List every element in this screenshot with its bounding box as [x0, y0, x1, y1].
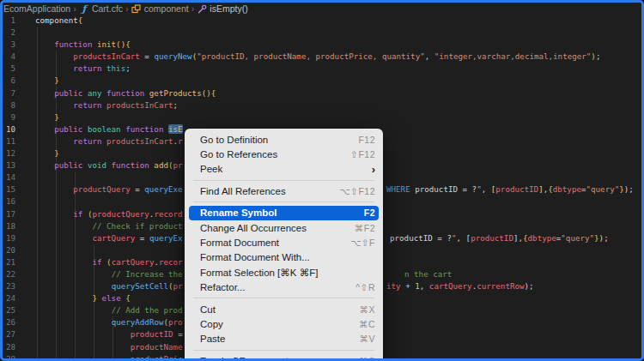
menu-item-label: Format Document — [200, 238, 279, 248]
breadcrumb-item-cart-cfc[interactable]: ƒCart.cfc — [79, 3, 123, 14]
line-number: 28 — [3, 341, 15, 353]
code-line[interactable]: 3function init(){ — [3, 39, 641, 51]
editor-surface: EcomApplication›ƒCart.cfc›component›isEm… — [3, 3, 641, 358]
breadcrumb-item-ecomapplication[interactable]: EcomApplication — [3, 3, 70, 14]
code-token: productQuery — [92, 209, 149, 219]
code-token: productID — [471, 233, 513, 243]
breadcrumb-item-isempty-[interactable]: isEmpty() — [197, 3, 247, 14]
code-line[interactable]: 5return this; — [3, 63, 641, 75]
line-number: 7 — [3, 87, 15, 99]
cfml-file-icon: ƒ — [79, 3, 89, 14]
menu-item-paste[interactable]: Paste⌘V — [189, 332, 379, 346]
menu-item-shortcut: ⌥⇧F12 — [340, 186, 376, 196]
code-text: } else { — [92, 292, 130, 304]
line-number: 11 — [3, 135, 15, 147]
code-token: record — [154, 209, 182, 219]
code-token: productsInCart — [73, 51, 144, 61]
menu-item-shortcut: ⌘V — [359, 334, 375, 344]
line-number: 20 — [3, 244, 15, 256]
menu-separator — [193, 180, 374, 181]
code-token: pro — [168, 317, 183, 327]
code-token: dbtype — [528, 233, 556, 243]
code-token: function — [112, 160, 155, 170]
code-token: getProducts — [149, 88, 202, 98]
code-line[interactable]: 7public any function getProducts(){ — [3, 87, 641, 99]
menu-item-label: Paste — [200, 334, 225, 344]
menu-item-shortcut: ⌘X — [359, 304, 375, 315]
code-token: queryNew — [154, 51, 191, 61]
menu-item-copy[interactable]: Copy⌘C — [189, 316, 379, 331]
code-text: productQuery = queryExe — [73, 184, 182, 196]
code-text: if (cartQuery.recor — [92, 256, 182, 268]
breadcrumb-label: component — [144, 3, 189, 14]
code-text: cartQuery = queryEx — [92, 232, 182, 244]
menu-item-label: Go to References — [200, 149, 277, 159]
line-number: 1 — [3, 15, 15, 27]
code-token: , — [420, 281, 429, 291]
code-line[interactable]: 6} — [3, 75, 641, 87]
line-number: 15 — [3, 184, 15, 196]
code-line[interactable]: 2 — [3, 27, 641, 39]
code-token: } — [92, 293, 101, 303]
code-token: // Check if product — [92, 221, 182, 231]
menu-item-shortcut: ⌥⌘C — [348, 356, 375, 358]
code-line[interactable]: 9} — [3, 111, 641, 123]
code-token: + — [405, 281, 415, 291]
breadcrumb-separator: › — [125, 4, 129, 14]
menu-item-label: Copy — [200, 319, 223, 329]
menu-item-label: Format Document With... — [200, 252, 310, 262]
code-line[interactable]: 1component{ — [3, 15, 641, 27]
code-text: return productsInCart; — [73, 99, 178, 111]
code-token: pr — [173, 160, 183, 170]
menu-item-change-all-occurrences[interactable]: Change All Occurrences⌘F2 — [189, 220, 379, 235]
breadcrumb-item-component[interactable]: component — [131, 3, 189, 14]
menu-item-toggle-cf-comment[interactable]: Toggle CF comment⌥⌘C — [189, 353, 379, 358]
breadcrumb-separator: › — [73, 4, 76, 14]
menu-item-format-document-with[interactable]: Format Document With... — [189, 250, 379, 265]
menu-separator — [193, 202, 374, 202]
code-token: function — [106, 88, 149, 98]
breadcrumb: EcomApplication›ƒCart.cfc›component›isEm… — [3, 3, 641, 15]
code-line[interactable]: 8return productsInCart; — [3, 99, 641, 111]
code-token: void — [88, 160, 112, 170]
code-token: recor — [159, 257, 183, 267]
code-text: querySetCell(pr — [112, 280, 183, 292]
code-token: r — [178, 136, 183, 146]
menu-separator — [193, 350, 374, 351]
line-number: 21 — [3, 256, 15, 268]
code-token: = — [144, 51, 154, 61]
code-line[interactable]: 4productsInCart = queryNew("productID, p… — [3, 51, 641, 63]
menu-item-cut[interactable]: Cut⌘X — [189, 302, 379, 316]
breadcrumb-separator: › — [191, 4, 195, 14]
code-token: { — [125, 293, 131, 303]
code-token: (){ — [202, 88, 216, 98]
code-token: currentRow — [477, 281, 524, 291]
code-token: "productID, productName, productPrice, q… — [197, 51, 425, 61]
code-token: add — [154, 160, 168, 170]
line-number: 4 — [3, 51, 15, 63]
menu-item-rename-symbol[interactable]: Rename SymbolF2 — [189, 206, 379, 220]
menu-item-go-to-references[interactable]: Go to References⇧F12 — [189, 147, 379, 161]
code-token: cartQuery — [112, 257, 155, 267]
code-token: return — [73, 100, 106, 110]
line-number: 6 — [3, 75, 15, 87]
code-token: productsInCart — [106, 100, 173, 110]
menu-item-format-document[interactable]: Format Document⌥⇧F — [189, 235, 379, 250]
code-text: queryAddRow(pro — [112, 316, 183, 328]
code-text: } — [54, 111, 59, 123]
line-number: 17 — [3, 208, 15, 220]
menu-item-find-all-references[interactable]: Find All References⌥⇧F12 — [189, 184, 379, 198]
code-text: if (productQuery.record — [73, 208, 182, 220]
code-text: component{ — [35, 15, 82, 27]
line-number: 2 — [3, 27, 15, 39]
code-token: "integer,varchar,decimal,integer" — [434, 51, 592, 61]
line-number: 25 — [3, 304, 15, 316]
menu-item-go-to-definition[interactable]: Go to DefinitionF12 — [189, 132, 379, 147]
line-number: 19 — [3, 232, 15, 244]
method-icon — [197, 3, 207, 14]
menu-item-peek[interactable]: Peek› — [189, 162, 379, 177]
menu-item-shortcut: ⌘C — [359, 319, 375, 329]
code-token: productID — [415, 184, 462, 194]
menu-item-format-selection-k-f[interactable]: Format Selection [⌘K ⌘F] — [189, 265, 379, 280]
menu-item-refactor[interactable]: Refactor...^⇧R — [189, 280, 379, 295]
